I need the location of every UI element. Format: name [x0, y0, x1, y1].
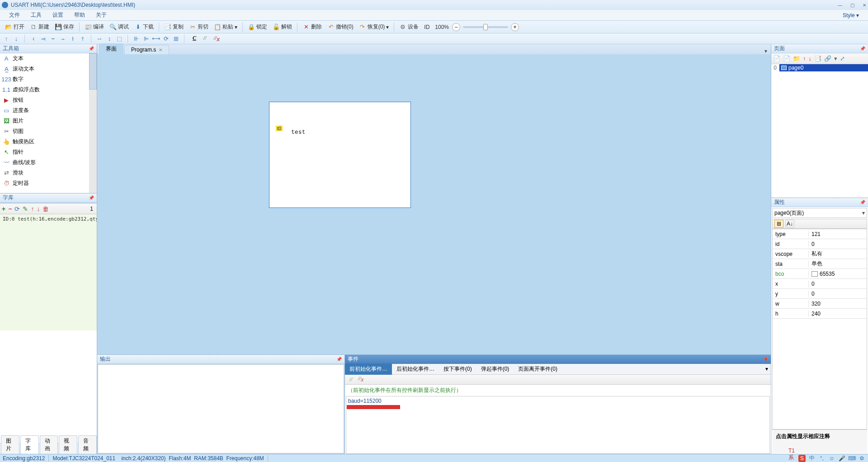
chevron-down-icon[interactable]: ▾ — [862, 210, 865, 216]
toolbox-item[interactable]: ▶按钮 — [0, 95, 97, 105]
toolbox-item[interactable]: 123数字 — [0, 74, 97, 85]
tab-preinit[interactable]: 前初始化事件… — [345, 363, 392, 375]
props-row[interactable]: vscope私有 — [773, 249, 867, 259]
redo-button[interactable]: ↷恢复(0)▾ — [357, 22, 392, 32]
font-refresh-button[interactable]: ⟳ — [14, 205, 20, 212]
event-tabs-dropdown-icon[interactable]: ▾ — [765, 366, 768, 372]
arrow-down-icon[interactable]: ↓ — [13, 35, 20, 42]
open-button[interactable]: 📂打开 — [3, 22, 27, 32]
tab-design[interactable]: 界面 — [99, 43, 123, 54]
grid-icon[interactable]: ⊞ — [172, 35, 179, 42]
cut-button[interactable]: ✂剪切 — [187, 22, 211, 32]
prop-value[interactable]: 私有 — [809, 250, 867, 258]
page-dropdown-icon[interactable]: ▾ — [834, 55, 837, 62]
scrollbar-thumb[interactable] — [89, 53, 97, 90]
font-up-button[interactable]: ↑ — [31, 205, 34, 212]
tab-postinit[interactable]: 后初始化事件… — [392, 363, 439, 375]
toolbox-item[interactable]: A文本 — [0, 53, 97, 64]
align-bottom-icon[interactable]: ⫠ — [59, 35, 66, 42]
code-line[interactable]: baud=115200 — [346, 396, 769, 405]
page-add-icon[interactable]: 📄 — [773, 55, 780, 62]
menu-file[interactable]: 文件 — [4, 10, 25, 20]
ime-keyboard-icon[interactable]: ⌨ — [848, 455, 855, 462]
zoom-in-button[interactable]: + — [511, 23, 519, 31]
pin-icon[interactable]: 📌 — [763, 357, 768, 362]
close-tab-icon[interactable]: ✕ — [159, 47, 162, 52]
toolbox-item[interactable]: ⇄滑块 — [0, 168, 97, 178]
toolbox-item[interactable]: 🖼图片 — [0, 116, 97, 126]
toolbox-item[interactable]: 👆触摸热区 — [0, 137, 97, 147]
undo-button[interactable]: ↶撤销(0) — [325, 22, 356, 32]
pin-icon[interactable]: 📌 — [89, 46, 94, 51]
toolbox-item[interactable]: ▭进度条 — [0, 105, 97, 116]
component-t0-text[interactable]: test — [291, 128, 305, 135]
paste-button[interactable]: 📋粘贴▾ — [212, 22, 240, 32]
ime-sogou-icon[interactable]: S — [798, 455, 806, 462]
page-copy-icon[interactable]: 📑 — [814, 55, 821, 62]
props-alpha-button[interactable]: A↓ — [785, 220, 794, 228]
flip-v-icon[interactable]: ⟳ — [162, 35, 170, 42]
same-size-icon[interactable]: ⬚ — [116, 35, 123, 42]
align-top-icon[interactable]: ⫟ — [49, 35, 57, 42]
same-height-icon[interactable]: ↕ — [106, 35, 113, 42]
page-delete-icon[interactable]: 📄 — [783, 55, 790, 62]
prop-value[interactable]: 240 — [809, 311, 867, 317]
comment-button[interactable]: // — [201, 34, 209, 43]
toolbox-item[interactable]: 1.1虚拟浮点数 — [0, 85, 97, 95]
prop-value[interactable]: 0 — [809, 281, 867, 287]
distribute-h-icon[interactable]: ⊪ — [132, 35, 140, 42]
menu-tool[interactable]: 工具 — [25, 10, 47, 20]
font-add-button[interactable]: + — [2, 205, 5, 212]
lock-button[interactable]: 🔒锁定 — [245, 22, 269, 32]
props-row[interactable]: y0 — [773, 289, 867, 299]
menu-style[interactable]: Style ▾ — [837, 11, 864, 19]
pin-icon[interactable]: 📌 — [89, 195, 94, 200]
tab-audio[interactable]: 音频 — [78, 435, 97, 454]
menu-help[interactable]: 帮助 — [69, 10, 90, 20]
tab-leave[interactable]: 页面离开事件(0) — [514, 363, 562, 375]
download-button[interactable]: ⬇下载 — [132, 22, 156, 32]
event-code-editor[interactable]: baud=115200 — [346, 396, 770, 454]
fontlib-entry[interactable]: ID:0 test(h:16,encode:gb2312,qty:… — [0, 214, 97, 330]
align-hcenter-icon[interactable]: ⫲ — [69, 35, 76, 42]
zoom-thumb[interactable] — [483, 24, 488, 30]
tab-release[interactable]: 弹起事件(0) — [476, 363, 514, 375]
tab-program[interactable]: Program.s✕ — [124, 45, 169, 54]
ime-mic-icon[interactable]: 🎤 — [838, 455, 845, 462]
pin-icon[interactable]: 📌 — [336, 357, 342, 362]
output-body[interactable] — [98, 364, 344, 453]
prop-value[interactable]: 121 — [809, 231, 867, 237]
canvas-area[interactable]: t0 test — [97, 54, 771, 354]
minimize-button[interactable]: — — [838, 3, 842, 8]
debug-button[interactable]: 🔍调试 — [107, 22, 131, 32]
menu-settings[interactable]: 设置 — [47, 10, 69, 20]
id-button[interactable]: ID — [422, 23, 432, 31]
pin-icon[interactable]: 📌 — [860, 46, 865, 51]
page-down-icon[interactable]: ↓ — [809, 55, 812, 62]
ime-lang-icon[interactable]: 中 — [808, 455, 816, 462]
device-screen[interactable]: t0 test — [269, 102, 411, 208]
tab-press[interactable]: 按下事件(0) — [439, 363, 476, 375]
prop-value[interactable]: 0 — [809, 291, 867, 297]
prop-value[interactable]: 0 — [809, 241, 867, 247]
pin-icon[interactable]: 📌 — [860, 200, 865, 205]
distribute-v-icon[interactable]: ⊫ — [142, 35, 150, 42]
close-button[interactable]: ✕ — [863, 3, 866, 8]
prop-value[interactable]: 单色 — [809, 260, 867, 268]
maximize-button[interactable]: ▢ — [850, 3, 854, 8]
delete-button[interactable]: ✕删除 — [300, 22, 324, 32]
code-c-button[interactable]: C — [190, 34, 199, 43]
ime-settings-icon[interactable]: ⚙ — [858, 455, 865, 462]
props-categorized-button[interactable]: ⊞ — [774, 220, 783, 228]
paste-dropdown-icon[interactable]: ▾ — [235, 24, 237, 30]
save-button[interactable]: 💾保存 — [52, 22, 76, 32]
unlock-button[interactable]: 🔓解锁 — [270, 22, 294, 32]
prop-value[interactable]: 320 — [809, 301, 867, 307]
font-delete-button[interactable]: 🗑 — [42, 205, 49, 212]
toolbox-item[interactable]: A̲滚动文本 — [0, 64, 97, 74]
page-expand-icon[interactable]: ⤢ — [840, 55, 845, 62]
zoom-out-button[interactable]: − — [452, 23, 460, 31]
tab-pic[interactable]: 图片 — [1, 435, 19, 454]
font-down-button[interactable]: ↓ — [37, 205, 40, 212]
toolbox-item[interactable]: ↖指针 — [0, 147, 97, 157]
